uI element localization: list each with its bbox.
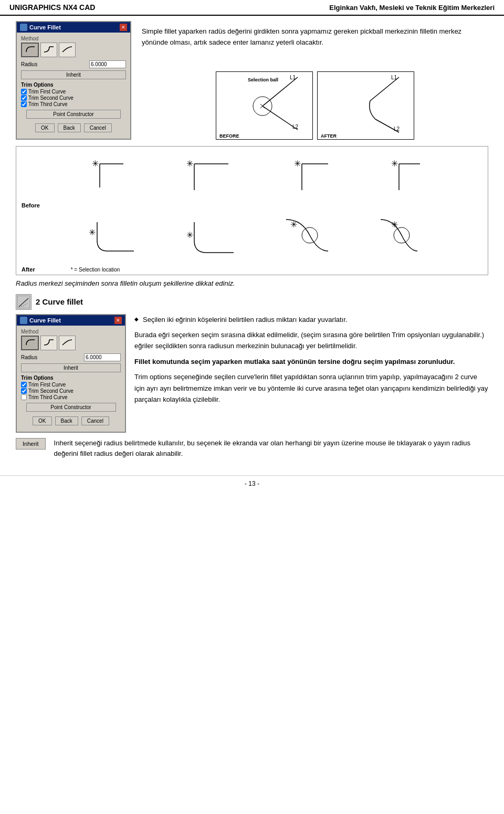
- dialog1-trim-second-label: Trim Second Curve: [28, 95, 74, 101]
- dialog1-body: Method: [17, 33, 130, 139]
- dialog2-body: Method: [17, 326, 125, 432]
- before-diagram: Selection ball L1 L2: [216, 71, 313, 140]
- dialog2-radius-row: Radius: [21, 353, 121, 361]
- dialog2-back-button[interactable]: Back: [55, 416, 78, 425]
- dialog2-inherit-button[interactable]: Inherit: [21, 363, 121, 372]
- dialog1-radius-row: Radius: [21, 60, 126, 68]
- method-btn-3[interactable]: [59, 43, 76, 57]
- two-curve-icon: [16, 294, 32, 310]
- after-diag-1: ✳: [81, 212, 155, 264]
- two-curve-content: Curve Fillet ✕ Method: [16, 314, 488, 433]
- dialog1: Curve Fillet ✕ Method: [16, 21, 131, 140]
- dialog2-close-button[interactable]: ✕: [114, 317, 122, 324]
- dialog2-trim-options-label: Trim Options: [21, 375, 121, 381]
- dialog1-trim-third-row: Trim Third Curve: [21, 101, 126, 107]
- dialog1-trim-first-label: Trim First Curve: [28, 89, 66, 95]
- dialog2-icon: [20, 317, 27, 324]
- after-diag-4: ✳: [349, 212, 423, 264]
- before-diag-4: ✳: [349, 151, 423, 198]
- dialog1-title: Curve Fillet: [29, 24, 61, 30]
- dialog2-trim-third-row: Trim Third Curve: [21, 394, 121, 400]
- svg-text:✳: ✳: [89, 228, 96, 237]
- page-footer: - 13 -: [0, 475, 504, 492]
- svg-text:✳: ✳: [186, 159, 193, 168]
- dialog2-radius-label: Radius: [21, 354, 37, 360]
- large-diagram-section: ✳ ✳ ✳ ✳ Before: [16, 146, 488, 275]
- two-curve-heading: 2 Curve fillet: [16, 294, 488, 310]
- two-curve-bullet-text: Seçilen iki eğrinin köşelerini belirtile…: [143, 316, 347, 323]
- svg-line-12: [370, 77, 399, 101]
- dialog2-trim-third-label: Trim Third Curve: [28, 394, 67, 400]
- dialog2-trim-first-checkbox[interactable]: [21, 382, 27, 388]
- dialog1-icon: [20, 24, 27, 31]
- dialog1-trim-first-checkbox[interactable]: [21, 89, 27, 95]
- after-section-label: After: [22, 266, 35, 273]
- dialog1-cancel-button[interactable]: Cancel: [84, 123, 112, 132]
- dialog1-radius-input[interactable]: [89, 60, 126, 68]
- two-curve-para1: Burada eğri seçerken seçim sırasına dikk…: [134, 329, 488, 352]
- dialog1-trim-second-row: Trim Second Curve: [21, 95, 126, 101]
- intro-text: Simple fillet yaparken radüs değerini gi…: [142, 21, 488, 64]
- inherit-box: Inherit: [16, 438, 46, 450]
- dialog2-trim-second-row: Trim Second Curve: [21, 388, 121, 394]
- dialog2-trim-third-checkbox[interactable]: [21, 394, 27, 400]
- header-right: Elginkan Vakfı, Mesleki ve Teknik Eğitim…: [329, 4, 495, 12]
- dialog2-trim-first-label: Trim First Curve: [28, 382, 66, 388]
- top-section: Curve Fillet ✕ Method: [16, 21, 488, 140]
- dialog1-trim-third-label: Trim Third Curve: [28, 101, 67, 107]
- dialog2-method-btn-3[interactable]: [59, 336, 76, 350]
- dialog1-close-button[interactable]: ✕: [120, 24, 127, 31]
- dialog1-back-button[interactable]: Back: [58, 123, 81, 132]
- svg-text:L2: L2: [292, 124, 299, 130]
- after-diag-2: ✳: [171, 212, 244, 264]
- inherit-section: Inherit Inherit seçeneği radius belirtme…: [16, 438, 488, 460]
- method-btn-1[interactable]: [21, 43, 39, 57]
- dialog1-trim-first-row: Trim First Curve: [21, 89, 126, 95]
- before-diag-3: ✳: [260, 151, 333, 198]
- dialog2-method-buttons: [21, 336, 121, 350]
- method-btn-2[interactable]: [40, 43, 57, 57]
- dialog2-footer: OK Back Cancel: [21, 414, 121, 429]
- before-section-label: Before: [22, 202, 486, 208]
- two-curve-text-block: Seçilen iki eğrinin köşelerini belirtile…: [134, 314, 488, 433]
- two-curve-bold-para: Fillet komutunda seçim yaparken mutlaka …: [134, 356, 488, 367]
- dialog2: Curve Fillet ✕ Method: [16, 314, 126, 433]
- dialog1-trim-options-label: Trim Options: [21, 82, 126, 88]
- dialog1-method-buttons: [21, 43, 126, 57]
- dialog1-radius-label: Radius: [21, 61, 37, 67]
- dialog2-cancel-button[interactable]: Cancel: [81, 416, 109, 425]
- dialog1-inherit-button[interactable]: Inherit: [21, 70, 126, 79]
- dialog2-trim-second-label: Trim Second Curve: [28, 388, 74, 394]
- two-curve-title: 2 Curve fillet: [36, 297, 83, 306]
- dialog1-method-label: Method: [21, 36, 126, 41]
- dialog2-method-btn-1[interactable]: [21, 336, 39, 350]
- dialog1-trim-second-checkbox[interactable]: [21, 95, 27, 101]
- dialog2-trim-second-checkbox[interactable]: [21, 388, 27, 394]
- dialog2-ok-button[interactable]: OK: [33, 416, 51, 425]
- svg-text:✳: ✳: [294, 159, 301, 168]
- dialog2-title: Curve Fillet: [29, 317, 61, 323]
- svg-text:✳: ✳: [92, 159, 99, 168]
- page-number: - 13 -: [245, 480, 259, 487]
- header-left: UNIGRAPHICS NX4 CAD: [9, 3, 95, 12]
- dialog2-point-constructor-button[interactable]: Point Constructor: [26, 403, 116, 412]
- dialog2-trim-first-row: Trim First Curve: [21, 382, 121, 388]
- dialog2-method-label: Method: [21, 329, 121, 335]
- svg-text:AFTER: AFTER: [321, 133, 337, 139]
- dialog1-point-constructor-button[interactable]: Point Constructor: [26, 110, 121, 119]
- dialog2-radius-input[interactable]: [84, 353, 121, 361]
- page-content: Curve Fillet ✕ Method: [0, 16, 504, 470]
- inherit-text: Inherit seçeneği radius belirtmede kulla…: [54, 438, 488, 460]
- selection-location-label: * = Selection location: [71, 267, 120, 273]
- svg-text:BEFORE: BEFORE: [219, 133, 239, 139]
- radius-note: Radius merkezi seçiminden sonra filletin…: [16, 278, 488, 289]
- before-diag-2: ✳: [171, 151, 244, 198]
- dialog1-titlebar: Curve Fillet ✕: [17, 22, 130, 33]
- dialog1-footer: OK Back Cancel: [21, 121, 126, 135]
- dialog2-method-btn-2[interactable]: [40, 336, 57, 350]
- dialog1-ok-button[interactable]: OK: [35, 123, 54, 132]
- svg-text:L2: L2: [394, 126, 400, 132]
- dialog1-trim-third-checkbox[interactable]: [21, 101, 27, 107]
- before-diag-1: ✳: [81, 151, 155, 198]
- two-curve-para2: Trim options seçeneğinde seçilen curve'l…: [134, 371, 488, 405]
